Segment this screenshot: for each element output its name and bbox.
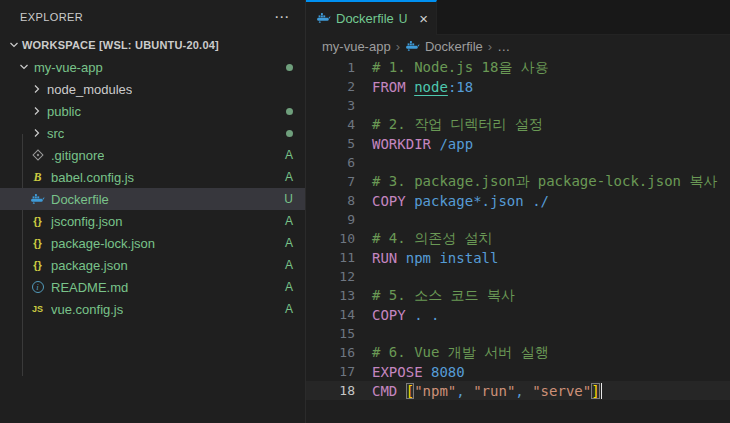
chevron-right-icon	[29, 81, 45, 97]
token-comment: # 2. 작업 디렉터리 설정	[372, 116, 543, 132]
explorer-title: EXPLORER	[20, 11, 83, 23]
tree-item-package-json[interactable]: {}package.jsonA	[0, 254, 305, 276]
tree-item-babel-config-js[interactable]: Bbabel.config.jsA	[0, 166, 305, 188]
code-line-9[interactable]: 9	[306, 210, 730, 229]
code-line-16[interactable]: 16# 6. Vue 개발 서버 실행	[306, 343, 730, 362]
token-kw: FROM	[372, 79, 414, 95]
tree-item-label: Dockerfile	[51, 192, 109, 207]
tab-git-badge: U	[399, 12, 408, 26]
token-kw: COPY	[372, 193, 414, 209]
git-status-badge: A	[285, 258, 293, 272]
tree-item-dockerfile[interactable]: DockerfileU	[0, 188, 305, 210]
code-line-text: CMD ["npm", "run", "serve"]	[372, 383, 602, 399]
token-arg: :18	[448, 79, 473, 95]
code-editor[interactable]: 1# 1. Node.js 18을 사용2FROM node:1834# 2. …	[306, 58, 730, 423]
code-line-17[interactable]: 17EXPOSE 8080	[306, 362, 730, 381]
tree-item-jsconfig-json[interactable]: {}jsconfig.jsonA	[0, 210, 305, 232]
code-line-text: RUN npm install	[372, 250, 498, 266]
tree-item-node-modules[interactable]: node_modules	[0, 78, 305, 100]
more-actions-icon[interactable]: ⋯	[274, 12, 289, 22]
code-line-text: # 2. 작업 디렉터리 설정	[372, 116, 543, 134]
git-status-badge: U	[284, 192, 293, 206]
tree-item-label: node_modules	[47, 82, 132, 97]
token-kw: RUN	[372, 250, 406, 266]
line-number: 15	[306, 326, 355, 341]
code-line-4[interactable]: 4# 2. 작업 디렉터리 설정	[306, 115, 730, 134]
js-icon: JS	[29, 301, 46, 317]
code-line-text: COPY package*.json ./	[372, 193, 549, 209]
code-line-7[interactable]: 7# 3. package.json과 package-lock.json 복사	[306, 172, 730, 191]
code-line-text: # 6. Vue 개발 서버 실행	[372, 344, 549, 362]
gitignore-icon	[29, 147, 46, 163]
code-line-text: # 5. 소스 코드 복사	[372, 287, 515, 305]
line-number: 8	[306, 193, 355, 208]
code-line-text: FROM node:18	[372, 79, 473, 95]
file-tree: my-vue-appnode_modulespublicsrc.gitignor…	[0, 56, 305, 320]
explorer-panel: EXPLORER ⋯ WORKSPACE [WSL: UBUNTU-20.04]…	[0, 0, 306, 423]
git-status-badge: A	[285, 236, 293, 250]
code-line-12[interactable]: 12	[306, 267, 730, 286]
code-line-14[interactable]: 14COPY . .	[306, 305, 730, 324]
line-number: 11	[306, 250, 355, 265]
git-modified-dot	[286, 130, 293, 137]
tree-item-public[interactable]: public	[0, 100, 305, 122]
workspace-root[interactable]: WORKSPACE [WSL: UBUNTU-20.04]	[0, 34, 305, 56]
code-line-18[interactable]: 18CMD ["npm", "run", "serve"]	[306, 381, 730, 400]
tree-item-label: my-vue-app	[34, 60, 103, 75]
code-line-8[interactable]: 8COPY package*.json ./	[306, 191, 730, 210]
line-number: 1	[306, 60, 355, 75]
tab-title: Dockerfile	[336, 11, 394, 26]
tree-item-src[interactable]: src	[0, 122, 305, 144]
code-line-11[interactable]: 11RUN npm install	[306, 248, 730, 267]
git-modified-dot	[286, 64, 293, 71]
tab-close-icon[interactable]: ×	[419, 12, 428, 26]
code-line-text: # 3. package.json과 package-lock.json 복사	[372, 173, 717, 191]
tree-item-my-vue-app[interactable]: my-vue-app	[0, 56, 305, 78]
json-braces-icon: {}	[29, 213, 46, 229]
tree-item-vue-config-js[interactable]: JSvue.config.jsA	[0, 298, 305, 320]
editor-area: Dockerfile U × my-vue-app › Dockerfile ›…	[306, 0, 730, 423]
git-status-badge: A	[285, 148, 293, 162]
breadcrumb-separator: ›	[488, 39, 492, 54]
token-arg: 8080	[431, 364, 465, 380]
tree-item-label: .gitignore	[51, 148, 104, 163]
token-bracket: [	[406, 383, 414, 399]
code-line-text: COPY . .	[372, 307, 439, 323]
code-line-3[interactable]: 3	[306, 96, 730, 115]
git-status-badge: A	[285, 280, 293, 294]
tree-item-readme-md[interactable]: iREADME.mdA	[0, 276, 305, 298]
docker-whale-icon	[316, 11, 331, 26]
token-str: "serve"	[532, 383, 591, 399]
git-status-badge: A	[285, 302, 293, 316]
breadcrumb-item-file[interactable]: Dockerfile	[425, 39, 483, 54]
workspace-label: WORKSPACE [WSL: UBUNTU-20.04]	[22, 39, 219, 51]
code-line-15[interactable]: 15	[306, 324, 730, 343]
code-line-text: WORKDIR /app	[372, 136, 473, 152]
tab-dockerfile[interactable]: Dockerfile U ×	[306, 0, 437, 35]
token-comment: # 5. 소스 코드 복사	[372, 287, 515, 303]
line-number: 18	[306, 383, 355, 398]
tree-item-label: src	[47, 126, 64, 141]
git-status-badge: A	[285, 214, 293, 228]
tree-item-label: vue.config.js	[51, 302, 123, 317]
code-line-1[interactable]: 1# 1. Node.js 18을 사용	[306, 58, 730, 77]
breadcrumb-item-symbol[interactable]: …	[497, 39, 510, 54]
code-line-10[interactable]: 10# 4. 의존성 설치	[306, 229, 730, 248]
token-str: "run"	[473, 383, 515, 399]
code-line-6[interactable]: 6	[306, 153, 730, 172]
line-number: 13	[306, 288, 355, 303]
docker-whale-icon	[405, 39, 420, 54]
code-line-2[interactable]: 2FROM node:18	[306, 77, 730, 96]
tree-item-package-lock-json[interactable]: {}package-lock.jsonA	[0, 232, 305, 254]
code-line-5[interactable]: 5WORKDIR /app	[306, 134, 730, 153]
tree-item--gitignore[interactable]: .gitignoreA	[0, 144, 305, 166]
line-number: 16	[306, 345, 355, 360]
code-line-13[interactable]: 13# 5. 소스 코드 복사	[306, 286, 730, 305]
cursor-caret	[601, 383, 603, 399]
token-comment: # 4. 의존성 설치	[372, 230, 493, 246]
token-arg: ,	[456, 383, 473, 399]
tree-item-label: public	[47, 104, 81, 119]
breadcrumb-item-folder[interactable]: my-vue-app	[322, 39, 391, 54]
line-number: 14	[306, 307, 355, 322]
line-number: 17	[306, 364, 355, 379]
